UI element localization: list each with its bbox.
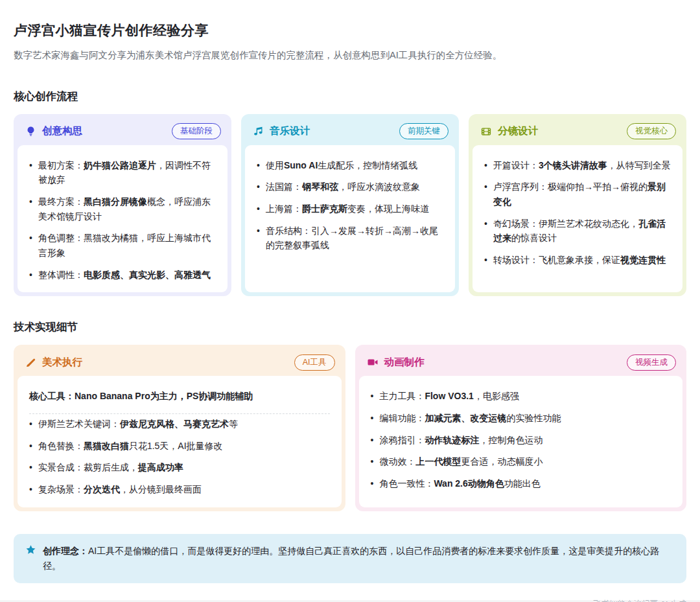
star-icon <box>25 544 36 558</box>
card-idea: 创意构思基础阶段•最初方案：奶牛猫公路追逐片，因调性不符被放弃•最终方案：黑白猫… <box>14 114 231 297</box>
card-art: 美术执行AI工具核心工具：Nano Banana Pro为主力，PS协调功能辅助… <box>14 345 345 511</box>
bullet-text: 上海篇：爵士萨克斯变奏，体现上海味道 <box>266 202 429 216</box>
bullet-dot: • <box>371 476 374 491</box>
bullet-item: •编辑功能：加减元素、改变运镜的实验性功能 <box>371 411 671 426</box>
bullet-text: 微动效：上一代模型更合适，动态幅度小 <box>379 454 542 469</box>
bullet-text: 整体调性：电影质感、真实光影、高雅透气 <box>38 268 211 283</box>
card-body-animation: •主力工具：Flow VO3.1，电影感强•编辑功能：加减元素、改变运镜的实验性… <box>359 376 683 507</box>
text-run: 角色调整：黑猫改为橘猫，呼应上海城市代言形象 <box>38 233 211 258</box>
text-run: ，呼应水滴波纹意象 <box>338 181 420 192</box>
card-title: 分镜设计 <box>498 124 538 138</box>
bullet-dot: • <box>29 194 32 224</box>
card-storyboard: 分镜设计视觉核心•开篇设计：3个镜头讲清故事，从特写到全景•卢浮宫序列：极端仰拍… <box>469 114 686 297</box>
bullet-list: •主力工具：Flow VO3.1，电影感强•编辑功能：加减元素、改变运镜的实验性… <box>371 389 671 491</box>
bullet-text: 实景合成：裁剪后生成，提高成功率 <box>38 460 183 475</box>
card-title-wrap: 美术执行 <box>25 356 82 369</box>
bullet-item: •音乐结构：引入→发展→转折→高潮→收尾的完整叙事弧线 <box>257 224 443 253</box>
bullet-item: •使用Suno AI生成配乐，控制情绪弧线 <box>257 158 443 173</box>
bullet-text: 角色一致性：Wan 2.6动物角色功能出色 <box>379 476 540 491</box>
card-title: 音乐设计 <box>270 124 310 138</box>
text-run: 角色一致性： <box>379 478 434 489</box>
page-subtitle: 数字艺术家海鑫与阿文分享为浦东美术馆卢浮宫展览创作宣传片的完整流程，从创意构思到… <box>14 49 686 63</box>
bullet-item: •主力工具：Flow VO3.1，电影感强 <box>371 389 671 404</box>
text-emphasis: Flow VO3.1 <box>425 391 473 401</box>
text-run: 涂鸦指引： <box>379 435 425 445</box>
bullet-dot: • <box>257 224 260 253</box>
note-box: 创作理念：AI工具不是偷懒的借口，而是做得更好的理由。坚持做自己真正喜欢的东西，… <box>14 534 686 583</box>
text-run: 复杂场景： <box>38 484 84 494</box>
card-title: 创意构思 <box>42 124 82 138</box>
bullet-item: •涂鸦指引：动作轨迹标注，控制角色运动 <box>371 433 671 448</box>
bullet-text: 伊斯兰艺术关键词：伊兹尼克风格、马赛克艺术等 <box>38 417 238 432</box>
text-run: 只花1.5天，AI批量修改 <box>129 441 223 451</box>
text-emphasis: Suno AI <box>284 160 318 170</box>
text-emphasis: 伊兹尼克风格、马赛克艺术 <box>120 419 229 429</box>
bullet-text: 音乐结构：引入→发展→转折→高潮→收尾的完整叙事弧线 <box>266 224 443 253</box>
text-run: 上海篇： <box>266 203 302 214</box>
process-card-row: 创意构思基础阶段•最初方案：奶牛猫公路追逐片，因调性不符被放弃•最终方案：黑白猫… <box>14 114 686 297</box>
text-run: 整体调性： <box>38 270 84 280</box>
bullet-list: •开篇设计：3个镜头讲清故事，从特写到全景•卢浮宫序列：极端仰拍→平拍→俯视的景… <box>484 158 671 268</box>
bullet-item: •奇幻场景：伊斯兰艺术花纹动态化，孔雀活过来的惊喜设计 <box>484 216 671 246</box>
tech-card-row: 美术执行AI工具核心工具：Nano Banana Pro为主力，PS协调功能辅助… <box>14 345 686 511</box>
brush-icon <box>25 357 36 368</box>
bullet-dot: • <box>484 179 487 209</box>
text-run: 音乐结构：引入→发展→转折→高潮→收尾的完整叙事弧线 <box>266 226 438 251</box>
section-title-process: 核心创作流程 <box>14 89 686 104</box>
text-run: 最终方案： <box>38 196 84 207</box>
bullet-text: 使用Suno AI生成配乐，控制情绪弧线 <box>266 158 417 173</box>
card-title-wrap: 创意构思 <box>25 124 82 138</box>
text-emphasis: Wan 2.6动物角色 <box>434 478 504 489</box>
text-run: 等 <box>229 419 238 429</box>
bullet-item: •实景合成：裁剪后生成，提高成功率 <box>29 460 330 475</box>
card-body-art: 核心工具：Nano Banana Pro为主力，PS协调功能辅助•伊斯兰艺术关键… <box>18 376 342 507</box>
lightbulb-icon <box>25 126 36 137</box>
text-run: ，从分镜到最终画面 <box>120 484 202 494</box>
note-text: 创作理念：AI工具不是偷懒的借口，而是做得更好的理由。坚持做自己真正喜欢的东西，… <box>43 544 675 573</box>
text-run: 更合适，动态幅度小 <box>461 456 542 467</box>
bullet-item: •角色替换：黑猫改白猫只花1.5天，AI批量修改 <box>29 439 330 454</box>
text-emphasis: 上一代模型 <box>415 456 461 467</box>
music-note-icon <box>253 126 264 137</box>
bullet-text: 转场设计：飞机意象承接，保证视觉连贯性 <box>493 253 666 268</box>
bullet-item: •微动效：上一代模型更合适，动态幅度小 <box>371 454 671 469</box>
note-body: AI工具不是偷懒的借口，而是做得更好的理由。坚持做自己真正喜欢的东西，以自己作品… <box>43 546 659 571</box>
bullet-dot: • <box>371 411 374 426</box>
bullet-text: 编辑功能：加减元素、改变运镜的实验性功能 <box>379 411 561 426</box>
summary-page: 卢浮宫小猫宣传片创作经验分享 数字艺术家海鑫与阿文分享为浦东美术馆卢浮宫展览创作… <box>0 0 700 602</box>
text-emphasis: 提高成功率 <box>138 462 183 472</box>
bullet-dot: • <box>29 460 32 475</box>
text-emphasis: 分次迭代 <box>84 484 120 494</box>
card-title-wrap: 音乐设计 <box>253 124 310 138</box>
bullet-dot: • <box>257 202 260 216</box>
text-emphasis: 3个镜头讲清故事 <box>539 160 607 170</box>
text-run: 变奏，体现上海味道 <box>347 203 429 214</box>
card-header-art: 美术执行AI工具 <box>18 349 342 376</box>
bullet-dot: • <box>371 389 374 404</box>
card-title: 美术执行 <box>42 356 82 369</box>
card-badge: 基础阶段 <box>172 123 221 139</box>
bullet-item: •最终方案：黑白猫分屏镜像概念，呼应浦东美术馆镜厅设计 <box>29 194 216 224</box>
bullet-dot: • <box>371 454 374 469</box>
text-run: 微动效： <box>379 456 415 467</box>
text-run: 的实验性功能 <box>506 413 561 423</box>
card-header-music: 音乐设计前期关键 <box>245 118 455 145</box>
bullet-dot: • <box>29 268 32 283</box>
text-run: 伊斯兰艺术关键词： <box>38 419 120 429</box>
card-header-animation: 动画制作视频生成 <box>359 349 683 376</box>
text-run: 最初方案： <box>38 160 84 170</box>
bullet-dot: • <box>29 158 32 187</box>
card-badge: 前期关键 <box>399 123 449 139</box>
bullet-dot: • <box>29 482 32 497</box>
bullet-item: •上海篇：爵士萨克斯变奏，体现上海味道 <box>257 202 443 216</box>
card-lead-line: 核心工具：Nano Banana Pro为主力，PS协调功能辅助 <box>29 386 330 404</box>
page-bottom-divider <box>0 601 700 601</box>
bullet-dot: • <box>257 179 260 194</box>
text-run: ，控制角色运动 <box>479 435 542 445</box>
bullet-list: •伊斯兰艺术关键词：伊兹尼克风格、马赛克艺术等•角色替换：黑猫改白猫只花1.5天… <box>29 417 330 497</box>
bullet-text: 最初方案：奶牛猫公路追逐片，因调性不符被放弃 <box>38 158 216 187</box>
note-label: 创作理念： <box>43 546 88 556</box>
text-run: 生成配乐，控制情绪弧线 <box>318 160 417 170</box>
card-badge: 视觉核心 <box>627 123 676 139</box>
text-run: 主力工具： <box>379 391 425 401</box>
